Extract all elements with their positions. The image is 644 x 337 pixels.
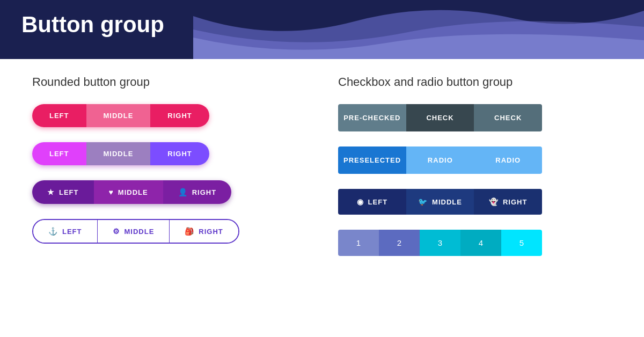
anchor-icon: ⚓	[48, 227, 58, 236]
outlined-right-label: RIGHT	[199, 228, 223, 236]
radio-radio2-button[interactable]: RADIO	[474, 146, 542, 174]
purple-middle-button[interactable]: MIDDLE	[86, 142, 151, 165]
social-left-button[interactable]: ◉ LEFT	[338, 189, 406, 215]
icon-middle-label: MIDDLE	[118, 188, 148, 196]
left-section: Rounded button group LEFT MIDDLE RIGHT L…	[32, 75, 306, 259]
outlined-middle-button[interactable]: ⚙ MIDDLE	[97, 220, 170, 243]
twitter-icon: 🐦	[418, 197, 428, 206]
purple-right-button[interactable]: RIGHT	[150, 142, 209, 165]
radio-radio1-button[interactable]: RADIO	[406, 146, 474, 174]
rounded-purple-group: LEFT MIDDLE RIGHT	[32, 142, 209, 165]
outlined-group-row: ⚓ LEFT ⚙ MIDDLE 🎒 RIGHT	[32, 219, 306, 244]
social-right-label: RIGHT	[503, 198, 527, 206]
checkbox-check1-button[interactable]: CHECK	[406, 104, 474, 131]
number-3-button[interactable]: 3	[420, 230, 460, 256]
right-section-title: Checkbox and radio button group	[338, 75, 612, 89]
icon-dark-group-row: ★ LEFT ♥ MIDDLE 👤 RIGHT	[32, 180, 306, 204]
header: Button group	[0, 0, 644, 59]
icon-dark-group: ★ LEFT ♥ MIDDLE 👤 RIGHT	[32, 180, 231, 204]
rounded-pink-group-row: LEFT MIDDLE RIGHT	[32, 104, 306, 127]
pink-left-button[interactable]: LEFT	[32, 104, 86, 127]
social-group: ◉ LEFT 🐦 MIDDLE 👻 RIGHT	[338, 189, 542, 215]
radio-group: PRESELECTED RADIO RADIO	[338, 146, 542, 174]
outlined-left-label: LEFT	[62, 228, 82, 236]
pink-right-button[interactable]: RIGHT	[150, 104, 209, 127]
wave-decoration	[193, 0, 644, 59]
radio-preselected-button[interactable]: PRESELECTED	[338, 146, 406, 174]
outlined-middle-label: MIDDLE	[125, 228, 155, 236]
number-1-button[interactable]: 1	[338, 230, 379, 256]
social-middle-button[interactable]: 🐦 MIDDLE	[406, 189, 474, 215]
number-5-button[interactable]: 5	[501, 230, 542, 256]
snapchat-icon: 👻	[489, 197, 499, 206]
rounded-purple-group-row: LEFT MIDDLE RIGHT	[32, 142, 306, 165]
number-2-button[interactable]: 2	[379, 230, 420, 256]
instagram-icon: ◉	[357, 197, 364, 206]
outlined-right-button[interactable]: 🎒 RIGHT	[169, 220, 238, 243]
icon-right-button[interactable]: 👤 RIGHT	[163, 180, 231, 204]
checkbox-group: PRE-CHECKED CHECK CHECK	[338, 104, 542, 131]
left-section-title: Rounded button group	[32, 75, 306, 89]
outlined-group: ⚓ LEFT ⚙ MIDDLE 🎒 RIGHT	[32, 219, 239, 244]
purple-left-button[interactable]: LEFT	[32, 142, 86, 165]
icon-middle-button[interactable]: ♥ MIDDLE	[94, 180, 163, 204]
right-section: Checkbox and radio button group PRE-CHEC…	[338, 75, 612, 259]
icon-left-button[interactable]: ★ LEFT	[32, 180, 94, 204]
checkbox-prechecked-button[interactable]: PRE-CHECKED	[338, 104, 406, 131]
rounded-pink-group: LEFT MIDDLE RIGHT	[32, 104, 209, 127]
user-icon: 👤	[178, 188, 188, 196]
icon-right-label: RIGHT	[192, 188, 216, 196]
social-right-button[interactable]: 👻 RIGHT	[474, 189, 542, 215]
pink-middle-button[interactable]: MIDDLE	[86, 104, 151, 127]
bag-icon: 🎒	[185, 227, 194, 236]
number-4-button[interactable]: 4	[460, 230, 501, 256]
social-left-label: LEFT	[368, 198, 388, 206]
outlined-left-button[interactable]: ⚓ LEFT	[33, 220, 97, 243]
heart-icon: ♥	[109, 188, 114, 196]
star-icon: ★	[47, 188, 55, 196]
number-group: 1 2 3 4 5	[338, 230, 542, 256]
main-content: Rounded button group LEFT MIDDLE RIGHT L…	[0, 59, 644, 275]
gear-icon: ⚙	[113, 227, 120, 236]
checkbox-check2-button[interactable]: CHECK	[474, 104, 542, 131]
social-middle-label: MIDDLE	[432, 198, 462, 206]
icon-left-label: LEFT	[59, 188, 79, 196]
page-title: Button group	[21, 12, 164, 38]
